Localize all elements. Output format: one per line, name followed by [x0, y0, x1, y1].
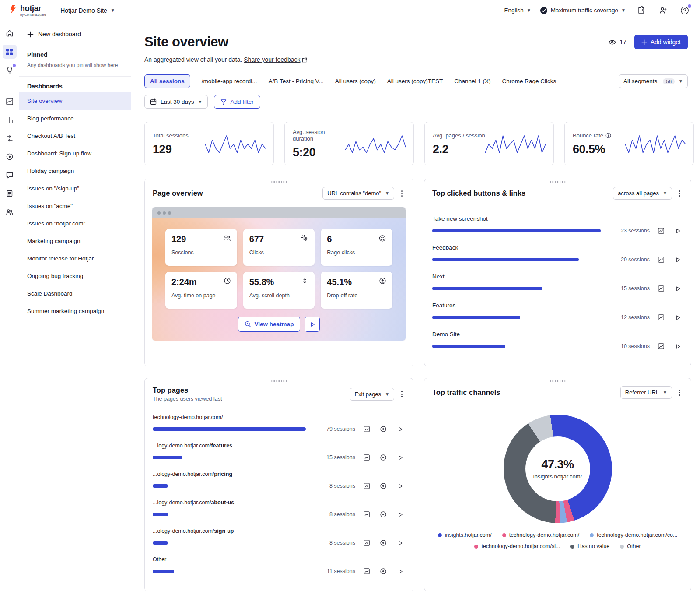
- open-in-trends-icon[interactable]: [361, 509, 372, 520]
- widget-menu-icon[interactable]: [676, 189, 683, 198]
- open-in-trends-icon[interactable]: [656, 254, 666, 265]
- open-in-trends-icon[interactable]: [361, 481, 372, 491]
- legend-item-has-no-value[interactable]: Has no value: [570, 543, 609, 549]
- sessions-bar: [153, 484, 168, 488]
- rail-suggestions-icon[interactable]: [3, 63, 17, 77]
- rail-surveys-icon[interactable]: [3, 186, 17, 201]
- widget-menu-icon[interactable]: [399, 189, 405, 198]
- legend-item-insights-hotjar-com[interactable]: insights.hotjar.com/: [438, 532, 492, 538]
- sidebar-item-marketing-campaign[interactable]: Marketing campaign: [19, 232, 131, 250]
- drag-handle-icon[interactable]: [550, 380, 566, 382]
- open-in-trends-icon[interactable]: [361, 452, 372, 463]
- open-in-trends-icon[interactable]: [656, 225, 666, 236]
- share-feedback-link[interactable]: Share your feedback: [244, 56, 307, 63]
- play-recordings-button[interactable]: [304, 317, 320, 332]
- date-range-selector[interactable]: Last 30 days ▼: [144, 95, 208, 109]
- tab-all-users-copy-test[interactable]: All users (copy)TEST: [387, 78, 443, 84]
- sidebar-item-issues-on-acme[interactable]: Issues on "acme": [19, 197, 131, 215]
- info-icon: [606, 133, 611, 138]
- open-in-trends-icon[interactable]: [656, 312, 666, 323]
- integrations-icon[interactable]: [634, 4, 648, 17]
- sidebar-item-issues-on-sign-up[interactable]: Issues on "/sign-up": [19, 180, 131, 197]
- dashboards-section-title: Dashboards: [19, 77, 131, 92]
- rail-interviews-icon[interactable]: [3, 205, 17, 219]
- view-heatmap-icon[interactable]: [378, 424, 388, 434]
- segments-count-badge: 56: [663, 78, 675, 84]
- open-in-trends-icon[interactable]: [361, 566, 372, 577]
- view-heatmap-icon[interactable]: [378, 538, 388, 548]
- tab-chrome-rage-clicks[interactable]: Chrome Rage Clicks: [502, 78, 556, 84]
- play-recordings-icon[interactable]: [395, 481, 405, 491]
- invite-user-icon[interactable]: [656, 4, 669, 17]
- site-selector[interactable]: Hotjar Demo Site ▼: [60, 7, 115, 14]
- play-recordings-icon[interactable]: [672, 312, 683, 323]
- play-recordings-icon[interactable]: [395, 452, 405, 463]
- legend-item-technology-demo-hotjar-com-co[interactable]: technology-demo.hotjar.com/co...: [590, 532, 677, 538]
- view-heatmap-icon[interactable]: [378, 452, 388, 463]
- rail-trends-icon[interactable]: [3, 95, 17, 109]
- add-widget-button[interactable]: Add widget: [634, 35, 688, 49]
- exit-pages-selector[interactable]: Exit pages ▼: [350, 388, 394, 401]
- view-heatmap-icon[interactable]: [378, 481, 388, 491]
- rail-feedback-icon[interactable]: [3, 168, 17, 182]
- sidebar-item-dashboard-sign-up-flow[interactable]: Dashboard: Sign up flow: [19, 145, 131, 162]
- play-recordings-icon[interactable]: [395, 538, 405, 548]
- tab-mobile-app-recordi[interactable]: /mobile-app recordi...: [202, 78, 257, 84]
- clicked-row: Take new screenshot23 sessions: [432, 215, 683, 236]
- view-heatmap-button[interactable]: View heatmap: [238, 317, 301, 332]
- play-recordings-icon[interactable]: [672, 225, 683, 236]
- widget-menu-icon[interactable]: [676, 388, 683, 398]
- sidebar-item-site-overview[interactable]: Site overview: [19, 92, 131, 110]
- rail-heatmaps-icon[interactable]: [3, 150, 17, 164]
- url-filter-selector[interactable]: URL contains "demo" ▼: [322, 187, 394, 200]
- legend-item-technology-demo-hotjar-com[interactable]: technology-demo.hotjar.com/: [502, 532, 580, 538]
- all-segments-selector[interactable]: All segments 56 ▼: [619, 74, 688, 88]
- sidebar-item-summer-marketing-campaign[interactable]: Summer marketing campaign: [19, 303, 131, 320]
- drag-handle-icon[interactable]: [271, 380, 287, 382]
- legend-item-technology-demo-hotjar-com-si[interactable]: technology-demo.hotjar.com/si...: [474, 543, 560, 549]
- rail-funnels-icon[interactable]: [3, 113, 17, 127]
- traffic-coverage-selector[interactable]: Maximum traffic coverage ▼: [540, 7, 626, 14]
- rail-journeys-icon[interactable]: [3, 131, 17, 145]
- play-recordings-icon[interactable]: [395, 509, 405, 520]
- metric-card-avg-time-on-page: 2:24mAvg. time on page: [165, 272, 237, 309]
- page-row: ...logy-demo.hotjar.com/about-us8 sessio…: [153, 500, 405, 520]
- main-content: Site overview 17 Add widget An aggregate…: [131, 21, 700, 591]
- play-recordings-icon[interactable]: [672, 341, 683, 352]
- drag-handle-icon[interactable]: [550, 181, 566, 183]
- play-recordings-icon[interactable]: [395, 424, 405, 434]
- help-icon[interactable]: [678, 4, 691, 17]
- sidebar-item-scale-dashboard[interactable]: Scale Dashboard: [19, 285, 131, 303]
- sidebar-item-issues-on-hotjar-com[interactable]: Issues on "hotjar.com": [19, 215, 131, 232]
- sidebar-item-blog-performance[interactable]: Blog performance: [19, 110, 131, 127]
- open-in-trends-icon[interactable]: [656, 341, 666, 352]
- tab-all-users-copy[interactable]: All users (copy): [335, 78, 376, 84]
- rail-dashboards-icon[interactable]: [3, 45, 17, 59]
- open-in-trends-icon[interactable]: [656, 283, 666, 294]
- language-selector[interactable]: English ▼: [504, 7, 531, 14]
- drag-handle-icon[interactable]: [271, 181, 287, 183]
- calendar-icon: [150, 98, 157, 105]
- donut-center: 47.3% insights.hotjar.com/: [525, 436, 590, 501]
- view-heatmap-icon[interactable]: [378, 566, 388, 577]
- widget-menu-icon[interactable]: [399, 389, 405, 399]
- sidebar-item-holiday-campaign[interactable]: Holiday campaign: [19, 162, 131, 180]
- tab-a-b-test-pricing-v[interactable]: A/B Test - Pricing V...: [269, 78, 324, 84]
- new-dashboard-button[interactable]: New dashboard: [19, 26, 131, 45]
- legend-item-other[interactable]: Other: [620, 543, 640, 549]
- view-heatmap-icon[interactable]: [378, 509, 388, 520]
- sidebar-item-ongoing-bug-tracking[interactable]: Ongoing bug tracking: [19, 267, 131, 285]
- referrer-url-selector[interactable]: Referrer URL ▼: [620, 386, 672, 399]
- open-in-trends-icon[interactable]: [361, 538, 372, 548]
- open-in-trends-icon[interactable]: [361, 424, 372, 434]
- tab-channel-1-x[interactable]: Channel 1 (X): [454, 78, 490, 84]
- rail-home-icon[interactable]: [3, 26, 17, 40]
- pages-scope-selector[interactable]: across all pages ▼: [613, 187, 672, 200]
- sidebar-item-checkout-a-b-test[interactable]: Checkout A/B Test: [19, 127, 131, 145]
- tab-all-sessions[interactable]: All sessions: [144, 74, 190, 88]
- sidebar-item-monitor-release-for-hotjar[interactable]: Monitor release for Hotjar: [19, 250, 131, 267]
- play-recordings-icon[interactable]: [395, 566, 405, 577]
- play-recordings-icon[interactable]: [672, 254, 683, 265]
- play-recordings-icon[interactable]: [672, 283, 683, 294]
- add-filter-button[interactable]: Add filter: [214, 95, 260, 109]
